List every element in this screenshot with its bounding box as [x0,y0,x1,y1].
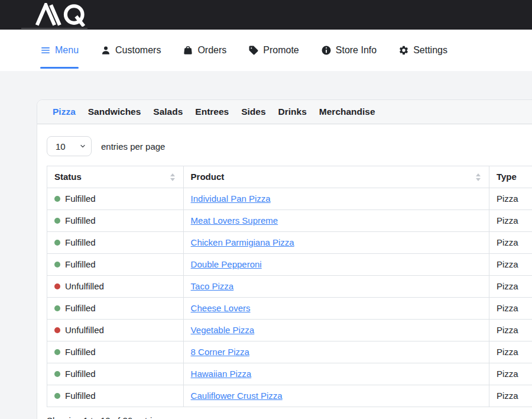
product-link[interactable]: Vegetable Pizza [191,325,255,335]
sort-icon[interactable] [169,172,176,182]
nav-item-store-info[interactable]: Store Info [321,30,377,71]
product-cell: Chicken Parmigiana Pizza [183,232,489,254]
main-nav: MenuCustomersOrdersPromoteStore InfoSett… [0,30,532,71]
tab-sandwiches[interactable]: Sandwiches [88,107,141,117]
nav-item-label: Promote [263,45,299,56]
product-cell: Double Pepperoni [183,254,489,276]
type-cell: Pizza [489,320,532,341]
table-body: FulfilledIndividual Pan PizzaPizzaFulfil… [47,188,532,407]
column-header-status[interactable]: Status [47,166,184,188]
status-cell: Fulfilled [47,298,184,320]
table-row: UnfulfilledTaco PizzaPizza [47,276,532,298]
bag-icon [183,45,193,56]
type-cell: Pizza [489,210,532,232]
status-cell: Fulfilled [47,254,184,276]
product-cell: Taco Pizza [183,276,489,298]
nav-item-promote[interactable]: Promote [248,30,299,71]
tag-icon [248,45,259,56]
product-type: Pizza [497,281,518,291]
type-cell: Pizza [489,385,532,407]
status-label: Fulfilled [65,193,96,205]
status-dot [54,393,60,399]
status-cell: Fulfilled [47,385,184,407]
column-header-type: Type [489,166,532,188]
product-link[interactable]: Meat Lovers Supreme [191,215,278,225]
product-cell: 8 Corner Pizza [183,341,489,363]
entries-select-wrap: 10 [47,136,92,156]
product-link[interactable]: Chicken Parmigiana Pizza [191,237,294,247]
status-dot [54,349,60,355]
status-dot [54,283,60,289]
product-cell: Hawaiian Pizza [183,363,489,385]
status-cell: Fulfilled [47,210,184,232]
table-row: UnfulfilledVegetable PizzaPizza [47,320,532,341]
product-link[interactable]: Hawaiian Pizza [191,369,252,379]
sort-icon[interactable] [475,172,482,182]
page-body: PizzaSandwichesSaladsEntreesSidesDrinksM… [0,71,532,419]
nav-item-orders[interactable]: Orders [183,30,226,71]
tab-salads[interactable]: Salads [153,107,183,117]
nav-item-customers[interactable]: Customers [100,30,161,71]
product-link[interactable]: Cauliflower Crust Pizza [191,391,283,401]
entries-per-page-select[interactable]: 10 [47,136,92,156]
type-cell: Pizza [489,254,532,276]
topbar [0,0,532,30]
table-row: FulfilledHawaiian PizzaPizza [47,363,532,385]
product-link[interactable]: Double Pepperoni [191,259,262,269]
status-dot [54,196,60,202]
product-link[interactable]: 8 Corner Pizza [191,347,249,357]
nav-item-label: Menu [55,45,79,56]
table-row: FulfilledCauliflower Crust PizzaPizza [47,385,532,407]
status-dot [54,240,60,246]
table-header-row: StatusProductType [47,166,532,188]
tab-entrees[interactable]: Entrees [195,107,229,117]
table-row: FulfilledCheese LoversPizza [47,298,532,320]
status-label: Unfulfilled [65,281,104,292]
status-cell: Unfulfilled [47,320,184,341]
product-type: Pizza [497,347,518,357]
nav-item-label: Customers [115,45,161,56]
status-cell: Fulfilled [47,188,184,210]
tab-drinks[interactable]: Drinks [278,107,307,117]
status-label: Fulfilled [65,215,96,227]
product-link[interactable]: Cheese Lovers [191,303,251,313]
nav-item-settings[interactable]: Settings [398,30,447,71]
type-cell: Pizza [489,276,532,298]
nav-item-label: Store Info [336,45,377,56]
category-tabs: PizzaSandwichesSaladsEntreesSidesDrinksM… [37,100,532,124]
product-link[interactable]: Individual Pan Pizza [191,194,271,204]
tab-merchandise[interactable]: Merchandise [319,107,375,117]
product-type: Pizza [497,215,518,225]
entries-control: 10 entries per page [47,136,532,156]
nav-item-menu[interactable]: Menu [40,30,79,71]
tab-sides[interactable]: Sides [241,107,265,117]
status-cell: Unfulfilled [47,276,184,298]
person-icon [100,45,111,56]
logo-underline [21,28,87,29]
product-link[interactable]: Taco Pizza [191,281,234,291]
product-cell: Vegetable Pizza [183,320,489,341]
status-label: Fulfilled [65,237,96,249]
type-cell: Pizza [489,188,532,210]
product-cell: Meat Lovers Supreme [183,210,489,232]
menu-card: PizzaSandwichesSaladsEntreesSidesDrinksM… [37,99,532,419]
gear-icon [398,45,409,56]
status-label: Fulfilled [65,302,96,314]
aiq-logo[interactable] [34,3,93,27]
type-cell: Pizza [489,341,532,363]
column-label: Product [191,171,225,183]
product-type: Pizza [497,259,518,269]
product-type: Pizza [497,391,518,401]
entries-per-page-label: entries per page [101,141,165,152]
table-row: Fulfilled8 Corner PizzaPizza [47,341,532,363]
status-dot [54,262,60,267]
column-header-product[interactable]: Product [183,166,489,188]
info-icon [321,45,332,56]
product-type: Pizza [497,194,518,204]
card-body: 10 entries per page StatusProductType Fu [37,124,532,419]
table-row: FulfilledIndividual Pan PizzaPizza [47,188,532,210]
tab-pizza[interactable]: Pizza [53,107,76,117]
product-type: Pizza [497,369,518,379]
app: MenuCustomersOrdersPromoteStore InfoSett… [0,0,532,419]
product-cell: Cauliflower Crust Pizza [183,385,489,407]
